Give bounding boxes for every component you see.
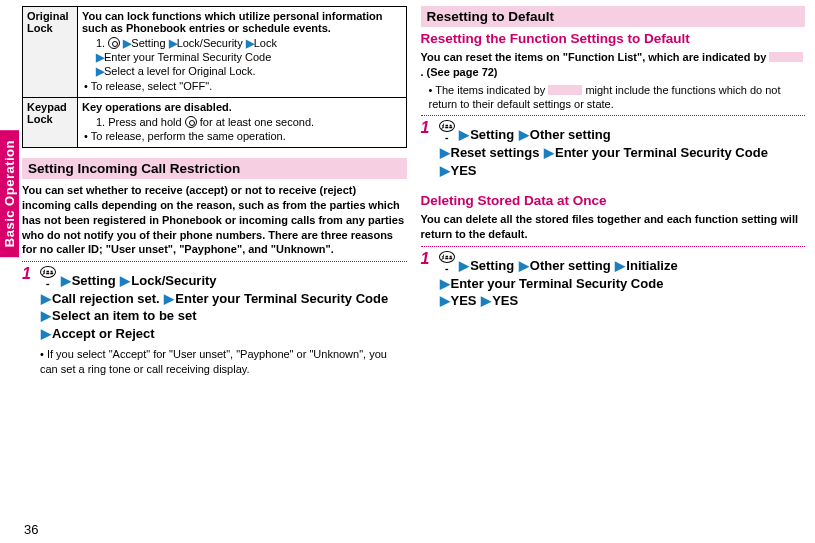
release-note: To release, perform the same operation.	[84, 130, 402, 142]
section-paragraph: You can delete all the stored files toge…	[421, 212, 806, 242]
row-content: Key operations are disabled. 1. Press an…	[78, 98, 407, 148]
center-key-icon	[108, 37, 120, 49]
nav-item: Lock	[254, 37, 277, 49]
center-key-icon	[185, 116, 197, 128]
procedure-step: 1 ﾒﾆｭｰ ▶Setting ▶Other setting ▶Initiali…	[421, 251, 806, 310]
nav-arrow-icon: ▶	[96, 51, 104, 63]
step-line: 1. ▶Setting ▶Lock/Security ▶Lock	[96, 37, 402, 50]
step-num: 1.	[96, 37, 105, 49]
nav-item: Enter your Terminal Security Code	[555, 145, 768, 160]
nav-item: Enter your Terminal Security Code	[104, 51, 271, 63]
nav-item: Call rejection set.	[52, 291, 160, 306]
nav-item: Initialize	[626, 258, 677, 273]
nav-item: YES	[492, 293, 518, 308]
step-num: 1.	[96, 116, 105, 128]
section-heading: Setting Incoming Call Restriction	[22, 158, 407, 179]
text-fragment: . (See page 72)	[421, 66, 498, 78]
nav-arrow-icon: ▶	[481, 293, 491, 308]
nav-item: Other setting	[530, 258, 611, 273]
nav-item: Enter your Terminal Security Code	[175, 291, 388, 306]
nav-arrow-icon: ▶	[61, 273, 71, 288]
row-label: Keypad Lock	[23, 98, 78, 148]
nav-item: Lock/Security	[177, 37, 243, 49]
nav-arrow-icon: ▶	[459, 127, 469, 142]
step-text: Press and hold	[108, 116, 181, 128]
nav-arrow-icon: ▶	[519, 127, 529, 142]
page-number: 36	[24, 522, 38, 537]
nav-item: Setting	[72, 273, 116, 288]
section-paragraph: You can reset the items on "Function Lis…	[421, 50, 806, 80]
nav-item: YES	[451, 293, 477, 308]
section-heading: Resetting to Default	[421, 6, 806, 27]
page-body: Original Lock You can lock functions whi…	[0, 0, 815, 376]
nav-arrow-icon: ▶	[440, 276, 450, 291]
nav-item: Setting	[470, 127, 514, 142]
highlight-box-icon	[769, 52, 803, 62]
nav-item: Select an item to be set	[52, 308, 197, 323]
text-fragment: You can reset the items on "Function Lis…	[421, 51, 770, 63]
step-number: 1	[22, 266, 34, 376]
row-desc: You can lock functions which utilize per…	[82, 10, 402, 34]
row-desc: Key operations are disabled.	[82, 101, 402, 113]
nav-item: Select a level for Original Lock.	[104, 65, 256, 77]
subsection-heading: Deleting Stored Data at Once	[421, 193, 806, 209]
nav-arrow-icon: ▶	[459, 258, 469, 273]
nav-item: Setting	[470, 258, 514, 273]
nav-arrow-icon: ▶	[615, 258, 625, 273]
step-text: for at least one second.	[200, 116, 314, 128]
step-line: 1. Press and hold for at least one secon…	[96, 116, 402, 128]
lock-table: Original Lock You can lock functions whi…	[22, 6, 407, 148]
table-row: Original Lock You can lock functions whi…	[23, 7, 407, 98]
nav-item: Lock/Security	[131, 273, 216, 288]
nav-arrow-icon: ▶	[440, 293, 450, 308]
dotted-divider	[421, 115, 806, 116]
row-content: You can lock functions which utilize per…	[78, 7, 407, 98]
nav-arrow-icon: ▶	[169, 37, 177, 49]
nav-arrow-icon: ▶	[246, 37, 254, 49]
nav-item: Setting	[131, 37, 165, 49]
subsection-heading: Resetting the Function Settings to Defau…	[421, 31, 806, 47]
step-number: 1	[421, 120, 433, 179]
right-column: Resetting to Default Resetting the Funct…	[421, 6, 806, 376]
nav-item: Enter your Terminal Security Code	[451, 276, 664, 291]
step-note: If you select "Accept" for "User unset",…	[40, 347, 407, 376]
procedure-step: 1 ﾒﾆｭｰ ▶Setting ▶Lock/Security ▶Call rej…	[22, 266, 407, 376]
nav-arrow-icon: ▶	[440, 145, 450, 160]
step-line: ▶Select a level for Original Lock.	[96, 65, 402, 78]
step-line: ▶Enter your Terminal Security Code	[96, 51, 402, 64]
nav-item: YES	[451, 163, 477, 178]
nav-arrow-icon: ▶	[164, 291, 174, 306]
release-note: To release, select "OFF".	[84, 80, 402, 92]
nav-item: Accept or Reject	[52, 326, 155, 341]
dotted-divider	[22, 261, 407, 262]
text-fragment: The items indicated by	[435, 84, 548, 96]
menu-key-icon: ﾒﾆｭｰ	[439, 251, 455, 263]
step-number: 1	[421, 251, 433, 310]
step-content: ﾒﾆｭｰ ▶Setting ▶Lock/Security ▶Call rejec…	[40, 266, 407, 376]
nav-arrow-icon: ▶	[41, 291, 51, 306]
section-paragraph: You can set whether to receive (accept) …	[22, 183, 407, 257]
dotted-divider	[421, 246, 806, 247]
row-label: Original Lock	[23, 7, 78, 98]
step-content: ﾒﾆｭｰ ▶Setting ▶Other setting ▶Initialize…	[439, 251, 806, 310]
nav-arrow-icon: ▶	[41, 308, 51, 323]
table-row: Keypad Lock Key operations are disabled.…	[23, 98, 407, 148]
highlight-box-icon	[548, 85, 582, 95]
nav-arrow-icon: ▶	[96, 65, 104, 77]
procedure-step: 1 ﾒﾆｭｰ ▶Setting ▶Other setting ▶Reset se…	[421, 120, 806, 179]
menu-key-icon: ﾒﾆｭｰ	[439, 120, 455, 132]
bullet-note: The items indicated by might include the…	[429, 83, 806, 112]
side-tab: Basic Operation	[0, 130, 19, 257]
nav-arrow-icon: ▶	[41, 326, 51, 341]
step-content: ﾒﾆｭｰ ▶Setting ▶Other setting ▶Reset sett…	[439, 120, 806, 179]
nav-item: Reset settings	[451, 145, 540, 160]
menu-key-icon: ﾒﾆｭｰ	[40, 266, 56, 278]
nav-item: Other setting	[530, 127, 611, 142]
nav-arrow-icon: ▶	[519, 258, 529, 273]
nav-arrow-icon: ▶	[120, 273, 130, 288]
nav-arrow-icon: ▶	[544, 145, 554, 160]
nav-arrow-icon: ▶	[440, 163, 450, 178]
left-column: Original Lock You can lock functions whi…	[22, 6, 407, 376]
